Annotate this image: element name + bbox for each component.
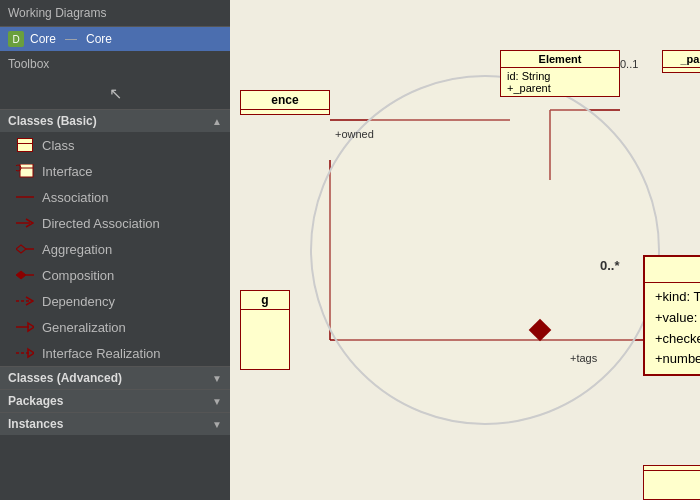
generalization-label: Generalization bbox=[42, 320, 126, 335]
directed-association-icon bbox=[16, 214, 34, 232]
g-partial-header: g bbox=[241, 291, 289, 310]
g-partial-box[interactable]: g bbox=[240, 290, 290, 370]
bottom-partial-header bbox=[644, 466, 700, 471]
tag-number-field: +number: Integer bbox=[655, 349, 700, 370]
sidebar-item-aggregation[interactable]: Aggregation bbox=[0, 236, 230, 262]
packages-arrow: ▼ bbox=[212, 396, 222, 407]
classes-basic-label: Classes (Basic) bbox=[8, 114, 97, 128]
parent-box-header: _par bbox=[663, 51, 700, 68]
instances-label: Instances bbox=[8, 417, 63, 431]
working-diagrams-header: Working Diagrams bbox=[0, 0, 230, 27]
tag-checked-field: +checked: Boolean bbox=[655, 329, 700, 350]
tag-class-header: Tag bbox=[645, 257, 700, 283]
classes-basic-section-header[interactable]: Classes (Basic) ▲ bbox=[0, 109, 230, 132]
sidebar-item-dependency[interactable]: Dependency bbox=[0, 288, 230, 314]
tab-name: Core bbox=[30, 32, 56, 46]
composition-label: Composition bbox=[42, 268, 114, 283]
element-box-body: id: String +_parent bbox=[501, 68, 619, 96]
classes-basic-arrow: ▲ bbox=[212, 116, 222, 127]
dependency-label: Dependency bbox=[42, 294, 115, 309]
sidebar-item-interface-realization[interactable]: Interface Realization bbox=[0, 340, 230, 366]
sidebar-item-composition[interactable]: Composition bbox=[0, 262, 230, 288]
classes-advanced-section-header[interactable]: Classes (Advanced) ▼ bbox=[0, 366, 230, 389]
sidebar-item-interface[interactable]: Interface bbox=[0, 158, 230, 184]
active-diagram-tab[interactable]: D Core — Core bbox=[0, 27, 230, 51]
diagram-tab-icon: D bbox=[8, 31, 24, 47]
partial-class-header: ence bbox=[241, 91, 329, 110]
parent-box-body bbox=[663, 68, 700, 72]
g-partial-body bbox=[241, 310, 289, 314]
element-box-header: Element bbox=[501, 51, 619, 68]
canvas[interactable]: ence +owned Element id: String +_parent … bbox=[230, 0, 700, 500]
class-icon bbox=[16, 136, 34, 154]
packages-label: Packages bbox=[8, 394, 63, 408]
cursor-icon: ↖ bbox=[103, 81, 127, 105]
association-label: Association bbox=[42, 190, 108, 205]
connector-lines bbox=[230, 0, 700, 500]
instances-section-header[interactable]: Instances ▼ bbox=[0, 412, 230, 435]
generalization-icon bbox=[16, 318, 34, 336]
owned-label: +owned bbox=[335, 128, 374, 140]
sidebar-item-generalization[interactable]: Generalization bbox=[0, 314, 230, 340]
composition-diamond bbox=[529, 319, 552, 342]
sidebar-item-directed-association[interactable]: Directed Association bbox=[0, 210, 230, 236]
interface-realization-label: Interface Realization bbox=[42, 346, 161, 361]
association-icon bbox=[16, 188, 34, 206]
aggregation-label: Aggregation bbox=[42, 242, 112, 257]
element-id-field: id: String bbox=[507, 70, 613, 82]
directed-association-label: Directed Association bbox=[42, 216, 160, 231]
multiplicity-01-label: 0..1 bbox=[620, 58, 638, 70]
dependency-icon bbox=[16, 292, 34, 310]
working-diagrams-label: Working Diagrams bbox=[8, 6, 106, 20]
instances-arrow: ▼ bbox=[212, 419, 222, 430]
aggregation-icon bbox=[16, 240, 34, 258]
partial-class-body bbox=[241, 110, 329, 114]
classes-advanced-arrow: ▼ bbox=[212, 373, 222, 384]
svg-rect-0 bbox=[20, 164, 33, 177]
composition-icon bbox=[16, 266, 34, 284]
tab-separator: — bbox=[65, 32, 77, 46]
svg-marker-7 bbox=[16, 271, 26, 279]
classes-basic-items: Class Interface Association bbox=[0, 132, 230, 366]
interface-icon bbox=[16, 162, 34, 180]
packages-section-header[interactable]: Packages ▼ bbox=[0, 389, 230, 412]
class-label: Class bbox=[42, 138, 75, 153]
sidebar-item-class[interactable]: Class bbox=[0, 132, 230, 158]
partial-class-box[interactable]: ence bbox=[240, 90, 330, 115]
sidebar-item-association[interactable]: Association bbox=[0, 184, 230, 210]
parent-box[interactable]: _par bbox=[662, 50, 700, 73]
tab-label: Core bbox=[86, 32, 112, 46]
element-parent-field: +_parent bbox=[507, 82, 613, 94]
svg-marker-5 bbox=[16, 245, 26, 253]
sidebar: Working Diagrams D Core — Core Toolbox ↖… bbox=[0, 0, 230, 500]
tag-class-body: +kind: TagKind +value: String +checked: … bbox=[645, 283, 700, 374]
interface-realization-icon bbox=[16, 344, 34, 362]
classes-advanced-label: Classes (Advanced) bbox=[8, 371, 122, 385]
tag-class-box[interactable]: Tag +kind: TagKind +value: String +check… bbox=[643, 255, 700, 376]
bottom-partial-box[interactable] bbox=[643, 465, 700, 500]
element-box[interactable]: Element id: String +_parent bbox=[500, 50, 620, 97]
multiplicity-0n-label: 0..* bbox=[600, 258, 620, 273]
interface-label: Interface bbox=[42, 164, 93, 179]
tags-label: +tags bbox=[570, 352, 597, 364]
cursor-area: ↖ bbox=[0, 77, 230, 109]
tag-kind-field: +kind: TagKind bbox=[655, 287, 700, 308]
tag-value-field: +value: String bbox=[655, 308, 700, 329]
toolbox-label: Toolbox bbox=[0, 51, 230, 77]
